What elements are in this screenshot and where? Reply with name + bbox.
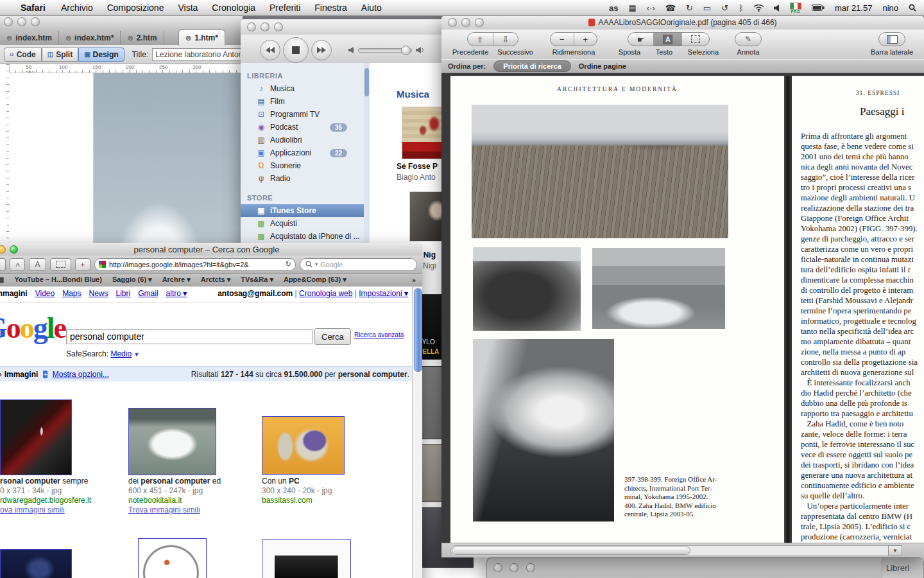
- displays-icon[interactable]: ▭: [703, 3, 711, 13]
- bluetooth-icon[interactable]: ᛒ: [739, 3, 744, 13]
- sidebar-item[interactable]: ▩ Acquisti: [241, 217, 364, 230]
- lastfm-icon[interactable]: as: [609, 3, 618, 13]
- zoom-button[interactable]: [274, 22, 283, 31]
- menu-item[interactable]: Preferiti: [270, 3, 300, 13]
- document-tab[interactable]: ⊗ index.htm*: [59, 31, 121, 45]
- bookmark-item[interactable]: Saggio (6) ▾: [112, 276, 152, 284]
- background-window-titlebar[interactable]: Libreri: [486, 557, 924, 578]
- vertical-scrollbar[interactable]: [412, 286, 422, 578]
- menu-app-name[interactable]: Safari: [21, 3, 46, 13]
- tab-close-icon[interactable]: ⊗: [185, 34, 191, 42]
- search-input[interactable]: [66, 329, 312, 344]
- google-nav-link[interactable]: Video: [35, 289, 55, 298]
- sidebar-item[interactable]: ⊡ Programmi TV: [241, 108, 364, 121]
- editor-titlebar[interactable]: [0, 15, 243, 28]
- settings-link[interactable]: Impostazioni ▾: [359, 289, 408, 298]
- page-clip-button[interactable]: [50, 258, 71, 271]
- zoom-button[interactable]: [31, 17, 40, 26]
- scroll-thumb[interactable]: [414, 288, 422, 372]
- menu-item[interactable]: Aiuto: [361, 3, 382, 13]
- image-result-thumbnail[interactable]: [0, 549, 72, 578]
- close-button[interactable]: [4, 17, 13, 26]
- show-options-link[interactable]: Mostra opzioni...: [53, 370, 109, 379]
- scroll-thumb[interactable]: [364, 68, 369, 96]
- text-tool-button[interactable]: A: [654, 33, 682, 46]
- forward-button[interactable]: ▶: [0, 258, 6, 271]
- split-view-button[interactable]: ◫ Split: [42, 48, 78, 62]
- move-tool-button[interactable]: ☛: [628, 33, 654, 46]
- similar-images-link[interactable]: ova immagini simili: [0, 505, 122, 515]
- wifi-icon[interactable]: [754, 4, 764, 12]
- time-machine-icon[interactable]: ↺: [721, 3, 728, 13]
- image-result-thumbnail[interactable]: [138, 538, 207, 578]
- google-nav-link[interactable]: altro ▾: [166, 289, 187, 298]
- menu-clock[interactable]: mar 21.57: [835, 3, 873, 13]
- plus-icon[interactable]: +: [43, 371, 47, 378]
- scroll-dropdown-button[interactable]: ▼: [888, 545, 902, 556]
- bookmark-item[interactable]: Arctcts ▾: [201, 276, 230, 284]
- stop-button[interactable]: [283, 37, 309, 63]
- bookmark-item[interactable]: Archre ▾: [162, 276, 191, 284]
- scroll-thumb[interactable]: [452, 547, 690, 555]
- new-tab-button[interactable]: +: [75, 258, 90, 271]
- google-nav-link[interactable]: Libri: [116, 289, 131, 298]
- menu-item[interactable]: Composizione: [107, 3, 164, 13]
- battery-icon[interactable]: [812, 4, 825, 11]
- reload-icon[interactable]: ↻: [286, 260, 291, 268]
- sort-by-page-order[interactable]: Ordine pagine: [579, 62, 626, 70]
- safesearch-chevron-icon[interactable]: ▼: [133, 351, 139, 358]
- image-result-thumbnail[interactable]: [0, 399, 72, 475]
- sidebar-item[interactable]: ψ Radio: [241, 172, 364, 185]
- document-tab[interactable]: ⊗ index.htm: [0, 31, 59, 45]
- minimize-button[interactable]: [509, 563, 518, 572]
- bookmark-item[interactable]: YouTube – H...Bondi Blue): [14, 276, 101, 284]
- image-result-thumbnail[interactable]: [128, 408, 216, 475]
- code-view-button[interactable]: ‹› Code: [4, 48, 42, 62]
- sidebar-item[interactable]: ♪ Musica: [241, 82, 364, 95]
- search-field[interactable]: ▾ Google: [300, 258, 417, 271]
- increase-font-button[interactable]: A: [29, 258, 46, 271]
- sidebar-item[interactable]: ◉ Podcast 35: [241, 121, 364, 134]
- web-history-link[interactable]: Cronologia web: [299, 289, 352, 298]
- safesearch-level-link[interactable]: Medio: [110, 349, 132, 358]
- sidebar-toggle-button[interactable]: [878, 32, 905, 46]
- design-view-button[interactable]: ▣ Design: [78, 48, 124, 62]
- sidebar-item-itunes-store[interactable]: ▣ iTunes Store: [241, 204, 364, 217]
- sidebar-item[interactable]: ▩ Acquistato da iPhone di ...: [241, 230, 364, 243]
- script-menu-icon[interactable]: ‹·›: [647, 3, 655, 13]
- search-button[interactable]: Cerca: [314, 328, 351, 345]
- volume-slider[interactable]: [358, 48, 412, 53]
- decrease-font-button[interactable]: A: [10, 258, 25, 271]
- spaces-grid-icon[interactable]: ▦: [628, 3, 636, 13]
- next-page-button[interactable]: ⇩: [493, 33, 518, 46]
- menu-item[interactable]: Finestra: [314, 3, 347, 13]
- zoom-button[interactable]: [526, 563, 535, 572]
- scroll-track[interactable]: [450, 545, 894, 556]
- tab-close-icon[interactable]: ⊗: [6, 34, 12, 42]
- menu-item[interactable]: Cronologia: [212, 3, 255, 13]
- volume-knob[interactable]: [401, 46, 411, 55]
- sync-icon[interactable]: ↻: [686, 3, 693, 13]
- sidebar-item[interactable]: ▤ Film: [241, 95, 364, 108]
- previous-track-button[interactable]: [260, 40, 280, 60]
- bookmark-item[interactable]: Appe&Comp (63) ▾: [284, 276, 346, 284]
- similar-images-link[interactable]: Trova immagini simili: [128, 505, 250, 515]
- sidebar-item[interactable]: ▣ Applicazioni 22: [241, 146, 364, 159]
- select-tool-button[interactable]: [682, 33, 709, 46]
- close-button[interactable]: [247, 22, 256, 31]
- annotate-button[interactable]: ✎: [735, 32, 762, 46]
- bookmark-item[interactable]: TVs&Ra ▾: [241, 276, 273, 284]
- spotlight-icon[interactable]: [909, 4, 916, 12]
- next-track-button[interactable]: [311, 40, 332, 60]
- document-tab-active[interactable]: ⊗ 1.htm*: [178, 30, 225, 46]
- phone-icon[interactable]: ☎: [665, 3, 676, 13]
- bookmarks-grid-icon[interactable]: ▦: [0, 276, 4, 284]
- menu-item[interactable]: Archivio: [61, 3, 93, 13]
- preview-titlebar[interactable]: AAAALibroSAGGIOoriginale.pdf (pagina 405…: [441, 15, 924, 30]
- google-nav-link[interactable]: Gmail: [138, 289, 158, 298]
- album-artist[interactable]: Biagio Anto: [397, 173, 436, 182]
- tab-close-icon[interactable]: ⊗: [65, 34, 71, 42]
- close-button[interactable]: [493, 563, 502, 572]
- minimize-button[interactable]: [17, 17, 26, 26]
- image-result-thumbnail[interactable]: [262, 416, 345, 475]
